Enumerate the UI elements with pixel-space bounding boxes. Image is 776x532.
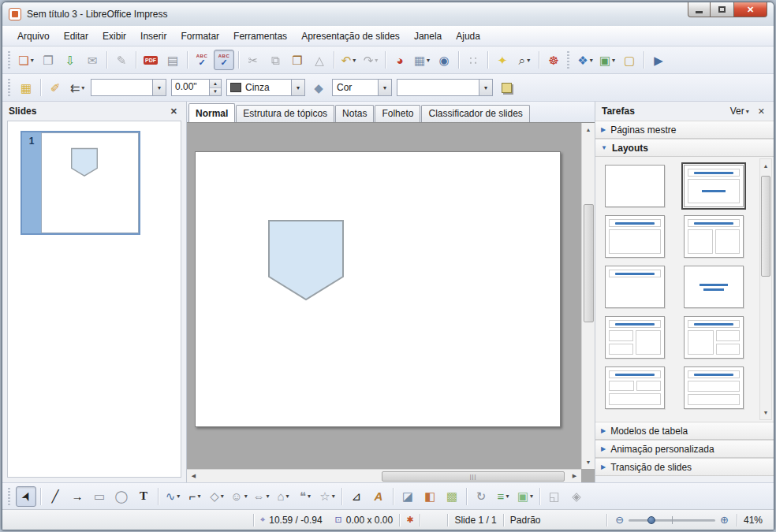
zoom-in-icon[interactable]: ⊕	[720, 514, 729, 526]
save-button[interactable]: ⇩	[60, 50, 80, 70]
export-pdf-button[interactable]: PDF	[140, 50, 161, 70]
tab-outline[interactable]: Estrutura de tópicos	[236, 105, 334, 122]
insert-image-button[interactable]: ◪	[397, 486, 418, 507]
email-button[interactable]: ✉	[82, 50, 103, 70]
layout-thumb-title-only[interactable]	[605, 266, 665, 308]
toolbar-grip[interactable]	[6, 488, 12, 505]
tab-notes[interactable]: Notas	[335, 105, 374, 122]
layout-thumb-title-two-content[interactable]	[684, 215, 744, 258]
slide-design-button[interactable]: ❖▾	[575, 50, 595, 70]
select-tool-button[interactable]: ➤	[16, 486, 36, 507]
pentagon-shape[interactable]	[268, 220, 344, 301]
menu-arquivo[interactable]: Arquivo	[10, 28, 57, 44]
open-button[interactable]: ❐	[38, 50, 58, 70]
zoom-level[interactable]: 41%	[737, 510, 774, 530]
title-bar[interactable]: Sem título 3 - LibreOffice Impress ✕	[2, 2, 774, 26]
arrow-tool-button[interactable]: →	[67, 486, 88, 507]
line-style-select[interactable]: ▾	[91, 79, 166, 96]
new-button[interactable]: ❏▾	[16, 50, 36, 70]
rectangle-tool-button[interactable]: ▭	[89, 486, 110, 507]
toolbar-grip[interactable]	[6, 79, 12, 96]
scroll-up-icon[interactable]: ▲	[582, 123, 595, 136]
insert-table-button[interactable]: ▦▾	[412, 50, 432, 70]
section-slide-transition[interactable]: ▶ Transição de slides	[595, 458, 774, 476]
text-tool-button[interactable]: T	[133, 486, 154, 507]
scroll-down-icon[interactable]: ▼	[759, 406, 773, 419]
section-table-designs[interactable]: ▶ Modelos de tabela	[595, 422, 774, 440]
scroll-right-icon[interactable]: ▶	[568, 470, 581, 483]
paste-button[interactable]: ❒	[287, 50, 308, 70]
zoom-out-icon[interactable]: ⊖	[615, 514, 624, 526]
layout-thumb-centered-text[interactable]	[684, 266, 744, 308]
slideshow-button[interactable]: ▶	[648, 50, 669, 70]
fontwork-button[interactable]: A	[368, 486, 389, 507]
page-style[interactable]: Padrão	[504, 510, 576, 530]
tab-handout[interactable]: Folheto	[375, 105, 420, 122]
arrow-style-button[interactable]: ⇇▾	[67, 77, 88, 98]
scroll-left-icon[interactable]: ◀	[187, 470, 200, 483]
table-button[interactable]: ▦	[16, 77, 36, 98]
maximize-button[interactable]	[711, 2, 733, 17]
minimize-button[interactable]	[688, 2, 711, 17]
help-button[interactable]: ☸	[543, 50, 564, 70]
line-color-select[interactable]: Cinza ▾	[226, 79, 305, 96]
layout-thumb-two-content-left-content-right[interactable]	[605, 316, 665, 359]
basic-shapes-button[interactable]: ◇▾	[207, 486, 227, 507]
menu-apresentacao[interactable]: Apresentação de slides	[294, 28, 407, 44]
callouts-button[interactable]: ❝▾	[295, 486, 315, 507]
zoom-slider-knob[interactable]	[647, 516, 655, 524]
tab-normal[interactable]: Normal	[188, 103, 235, 122]
new-slide-button[interactable]: ▢	[619, 50, 640, 70]
toolbar-grip[interactable]	[565, 51, 571, 69]
undo-button[interactable]: ↶▾	[338, 50, 359, 70]
section-master-pages[interactable]: ▶ Páginas mestre	[595, 121, 774, 139]
menu-ajuda[interactable]: Ajuda	[449, 28, 487, 44]
menu-formatar[interactable]: Formatar	[173, 28, 226, 44]
layout-thumb-title-content[interactable]	[684, 165, 744, 207]
gallery-button[interactable]: ◧	[420, 486, 440, 507]
layout-thumb-two-content-over-content[interactable]	[605, 366, 665, 409]
spin-down-icon[interactable]: ▼	[210, 88, 221, 96]
scroll-up-icon[interactable]: ▲	[759, 159, 773, 173]
layout-thumb-blank[interactable]	[605, 165, 665, 207]
layouts-scrollbar[interactable]: ▲ ▼	[759, 158, 772, 420]
navigator-button[interactable]: ✦	[492, 50, 513, 70]
shadow-button[interactable]	[496, 77, 517, 98]
edit-points-toggle-button[interactable]: ⊿	[346, 486, 367, 507]
zoom-button[interactable]: ⌕▾	[514, 50, 535, 70]
auto-spellcheck-button[interactable]: ABC✓	[214, 50, 234, 70]
arrange-button[interactable]: ▣▾	[515, 486, 535, 507]
slide-layout-button[interactable]: ▣▾	[597, 50, 617, 70]
ellipse-tool-button[interactable]: ◯	[111, 486, 132, 507]
tab-slide-sorter[interactable]: Classificador de slides	[421, 105, 529, 122]
spinner-buttons[interactable]: ▲▼	[209, 80, 221, 95]
slide-thumbnail-1[interactable]: 1	[21, 131, 140, 235]
line-width-spinner[interactable]: 0.00" ▲▼	[171, 79, 222, 96]
area-style-button[interactable]: ◆	[308, 77, 329, 98]
slides-panel-close-icon[interactable]: ✕	[168, 106, 180, 117]
hyperlink-button[interactable]: ◉	[434, 50, 454, 70]
menu-janela[interactable]: Janela	[407, 28, 449, 44]
block-arrows-button[interactable]: ⇔▾	[251, 486, 271, 507]
layout-thumb-content-over-content[interactable]	[684, 366, 744, 409]
connector-tool-button[interactable]: ⌐▾	[185, 486, 205, 507]
menu-editar[interactable]: Editar	[57, 28, 95, 44]
view-menu-button[interactable]: Ver ▾	[730, 106, 749, 117]
scroll-down-icon[interactable]: ▼	[582, 456, 595, 469]
fill-color-select[interactable]: ▾	[397, 79, 493, 96]
slide-workspace[interactable]: ▲ ▼ ◀ ||| ▶	[187, 122, 595, 482]
layouts-scroll-thumb[interactable]	[761, 176, 770, 277]
section-custom-animation[interactable]: ▶ Animação personalizada	[595, 440, 774, 458]
curve-tool-button[interactable]: ∿▾	[162, 486, 183, 507]
section-layouts[interactable]: ▼ Layouts	[595, 139, 774, 157]
flowchart-shapes-button[interactable]: ⌂▾	[273, 486, 293, 507]
menu-inserir[interactable]: Inserir	[133, 28, 173, 44]
vertical-scrollbar[interactable]: ▲ ▼	[581, 123, 595, 469]
layout-thumb-title-content-single[interactable]	[605, 215, 665, 258]
line-width-value[interactable]: 0.00"	[172, 80, 209, 95]
layout-thumb-content-left-two-content-right[interactable]	[684, 316, 744, 359]
stars-button[interactable]: ☆▾	[317, 486, 338, 507]
symbol-shapes-button[interactable]: ☺▾	[229, 486, 249, 507]
spin-up-icon[interactable]: ▲	[210, 80, 221, 88]
horizontal-scroll-thumb[interactable]: |||	[382, 471, 565, 482]
